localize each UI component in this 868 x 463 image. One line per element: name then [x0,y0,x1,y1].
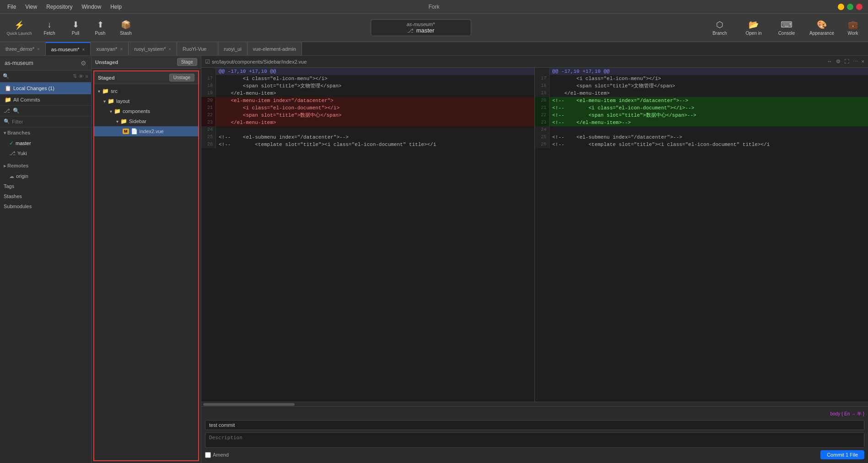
window-controls: − [838,4,863,10]
diff-line-content: @@ -17,10 +17,10 @@ [216,68,534,75]
tree-item-src[interactable]: ▾ 📁 src [94,86,198,96]
diff-line-added: 20 <!-- <el-menu-item index="/datacenter… [535,97,868,104]
tree-item-index2-vue[interactable]: M 📄 index2.vue [94,126,198,136]
diff-file-path: src/layout/components/Sidebar/index2.vue [212,59,307,65]
sidebar-folder-icon: 📁 [120,118,127,124]
sidebar-item-all-commits[interactable]: 📁 All Commits [0,94,91,105]
tab-ruoyi-vue[interactable]: RuoYi-Vue [177,42,218,56]
minimize-icon[interactable]: − [838,4,844,10]
diff-line-content: <!-- <template slot="title"><i class="el… [216,141,534,148]
sidebar-item-master[interactable]: ✓ master [0,138,91,148]
diff-line: 24 [201,126,534,134]
unstage-button[interactable]: Unstage [169,74,194,81]
diff-line-num: 20 [535,97,550,104]
scrollbar-thumb[interactable] [203,403,295,406]
stage-button[interactable]: Stage [177,58,197,66]
diff-settings-icon[interactable]: ⚙ [836,59,841,65]
diff-line: 26 <!-- <template slot="title"><i class=… [201,141,534,148]
diff-line-content: <i class="el-icon-document"></i> [216,104,534,112]
tab-vue-element-admin[interactable]: vue-element-admin [248,42,302,56]
pull-icon: ⬇ [72,20,79,30]
branch-button[interactable]: ⬡ Branch [703,16,736,40]
menu-window[interactable]: Window [80,3,103,11]
amend-checkbox[interactable] [205,452,211,458]
commit-button[interactable]: Commit 1 File [820,450,864,459]
diff-scrollbar[interactable] [201,402,868,406]
commit-description-input[interactable] [205,432,864,448]
diff-line-num: 17 [201,75,216,82]
push-icon: ⬆ [97,20,104,30]
tree-item-components[interactable]: ▾ 📁 components [94,106,198,116]
menu-help[interactable]: Help [108,3,124,11]
diff-left-pane: @@ -17,10 +17,10 @@ 17 <i class="el-icon… [201,68,535,402]
console-icon: ⌨ [781,20,793,30]
diff-line: 18 <span slot="title">文物管理</span> [201,82,534,90]
push-button[interactable]: ⬆ Push [89,16,112,40]
filter-input[interactable] [12,119,87,124]
tabbar: three_demo* × as-museum* × xuanyan* × ru… [0,42,868,56]
diff-line-num: 20 [201,97,216,104]
diff-line-added: 22 <!-- <span slot="title">数据中心</span>--… [535,112,868,119]
diff-line-content: <el-menu-item index="/datacenter"> [216,97,534,104]
diff-line-removed: 23 </el-menu-item> [201,119,534,126]
tab-close-icon[interactable]: × [37,47,40,52]
sidebar-settings-icon[interactable]: ⚙ [81,59,86,67]
file-tree: ▾ 📁 src ▾ 📁 layout ▾ 📁 components [94,84,198,138]
menu-file[interactable]: File [5,3,18,11]
sidebar-item-yuki[interactable]: ⎇ Yuki [0,148,91,158]
sidebar-item-local-changes[interactable]: 📋 Local Changes (1) [0,82,91,94]
diff-line-removed: 20 <el-menu-item index="/datacenter"> [201,97,534,104]
tab-three-demo[interactable]: three_demo* × [0,42,46,56]
tab-ruoyi-ui[interactable]: ruoyi_ui [218,42,248,56]
tab-xuanyan[interactable]: xuanyan* × [91,42,129,56]
branch-tools-icon[interactable]: ⎇ [4,108,10,114]
tab-close-icon[interactable]: × [120,47,123,52]
remotes-chevron-icon: ▸ [4,163,6,168]
work-icon: 💼 [848,20,858,30]
search-branch-icon[interactable]: 🔍 [13,108,20,114]
diff-line-num: 22 [201,112,216,119]
tab-as-museum[interactable]: as-museum* × [46,42,91,56]
diff-line: 19 </el-menu-item> [201,90,534,97]
tab-ruoyi-system[interactable]: ruoyi_system* × [129,42,177,56]
diff-file-checkbox[interactable]: ☑ [205,59,210,65]
sidebar-item-tags[interactable]: Tags [0,181,91,191]
diff-line: @@ -17,10 +17,10 @@ [535,68,868,75]
diff-line-content: <!-- <el-submenu index="/datacenter">--> [550,134,868,141]
console-button[interactable]: ⌨ Console [771,16,802,40]
open-in-button[interactable]: 📂 Open in [738,16,769,40]
menu-view[interactable]: View [23,3,39,11]
commit-message-input[interactable] [205,420,864,430]
work-button[interactable]: 💼 Work [841,16,864,40]
fetch-button[interactable]: ↓ Fetch [37,16,62,40]
quick-launch-button[interactable]: ⚡ Quick Launch [4,16,35,40]
diff-line-content: <!-- <template slot="title"><i class="el… [550,141,868,148]
pull-button[interactable]: ⬇ Pull [64,16,87,40]
sidebar-eye-icon[interactable]: 👁 [79,74,84,79]
sidebar: as-museum ⚙ 🔍 ⇅ 👁 ≡ 📋 Local Changes (1) … [0,56,92,463]
menu-repository[interactable]: Repository [44,3,74,11]
maximize-icon[interactable] [847,4,853,10]
remotes-section-header[interactable]: ▸ Remotes [0,160,91,171]
file-badge-m: M [123,129,129,134]
repo-name-display: as-museum* [407,22,435,27]
branch-selector[interactable]: as-museum* ⎇ master [371,19,471,36]
close-icon[interactable] [856,4,863,10]
diff-expand-icon[interactable]: ⛶ [844,59,849,65]
tree-item-layout[interactable]: ▾ 📁 layout [94,96,198,106]
tree-item-sidebar[interactable]: ▾ 📁 Sidebar [94,116,198,126]
sidebar-item-origin[interactable]: ☁ origin [0,171,91,181]
diff-more-icon[interactable]: ⋯ [853,59,858,65]
fetch-icon: ↓ [48,20,52,30]
tab-close-icon[interactable]: × [82,47,85,52]
branches-section-header[interactable]: ▾ Branches [0,127,91,138]
diff-arrows-icon[interactable]: ↔ [827,59,832,65]
amend-label[interactable]: Amend [205,452,229,458]
tab-close-icon[interactable]: × [168,47,171,52]
diff-close-btn[interactable]: × [862,59,864,65]
sidebar-list-icon[interactable]: ≡ [86,74,88,79]
sidebar-item-submodules[interactable]: Submodules [0,201,91,211]
appearance-button[interactable]: 🎨 Appearance [804,16,840,40]
sidebar-item-stashes[interactable]: Stashes [0,191,91,201]
stash-button[interactable]: 📦 Stash [113,16,138,40]
